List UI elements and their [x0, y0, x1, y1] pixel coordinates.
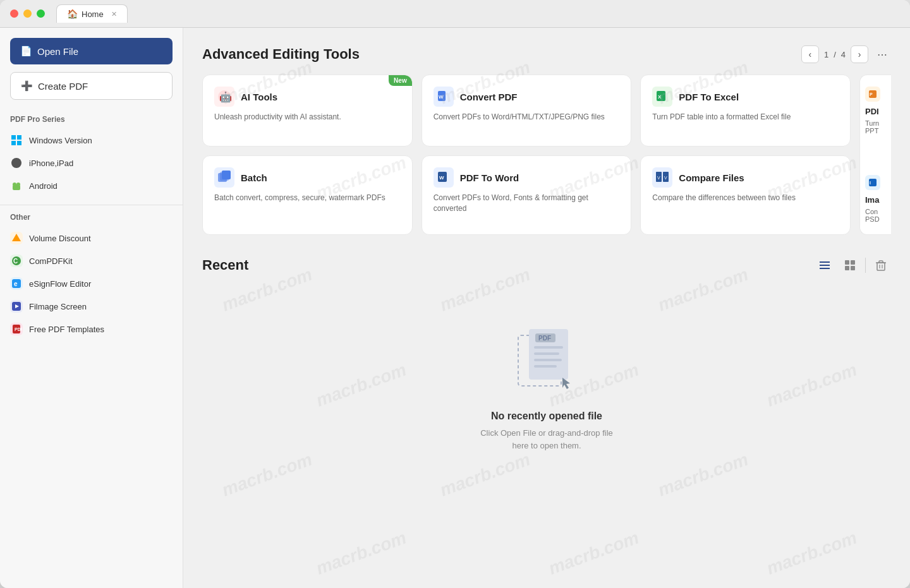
- tool-card-convert-pdf[interactable]: W Convert PDF Convert PDFs to Word/HTML/…: [422, 75, 632, 147]
- svg-text:I: I: [870, 181, 871, 185]
- app-window: 🏠 Home ✕ 📄 Open File ➕ Create PDF PDF Pr…: [0, 0, 910, 588]
- tool-card-ai-tools[interactable]: New 🤖 AI Tools Unleash productivity with…: [202, 75, 413, 147]
- traffic-lights: [10, 9, 45, 18]
- convert-pdf-desc: Convert PDFs to Word/HTML/TXT/JPEG/PNG f…: [434, 112, 620, 123]
- next-page-button[interactable]: ›: [851, 45, 868, 63]
- sidebar-item-templates[interactable]: PDF Free PDF Templates: [0, 318, 183, 340]
- pagination: ‹ 1 / 4 › ⋯: [801, 45, 891, 63]
- minimize-button[interactable]: [23, 9, 32, 18]
- svg-rect-53: [534, 352, 559, 355]
- recent-title: Recent: [202, 257, 248, 273]
- svg-rect-25: [222, 171, 231, 179]
- svg-point-7: [16, 183, 20, 186]
- convert-pdf-icon: W: [434, 87, 454, 107]
- svg-text:PDF: PDF: [538, 335, 551, 342]
- svg-rect-0: [11, 135, 16, 140]
- home-tab[interactable]: 🏠 Home ✕: [56, 4, 128, 23]
- convert-pdf-title: Convert PDF: [460, 92, 518, 102]
- close-tab-icon[interactable]: ✕: [111, 10, 117, 18]
- svg-rect-39: [845, 260, 849, 265]
- grid-view-button[interactable]: [840, 255, 860, 275]
- tool-card-batch[interactable]: Batch Batch convert, compress, secure, w…: [202, 155, 413, 235]
- sidebar-item-filmage-label: Filmage Screen: [29, 302, 87, 311]
- recent-divider: [865, 258, 866, 273]
- pdf-to-word-header: W PDF To Word: [434, 167, 620, 188]
- close-button[interactable]: [10, 9, 18, 18]
- svg-rect-1: [17, 135, 21, 140]
- partial-card-1-title: PDI: [865, 107, 879, 116]
- ai-tools-header: 🤖 AI Tools: [214, 87, 401, 107]
- pdf-to-excel-header: X PDF To Excel: [652, 87, 839, 107]
- batch-desc: Batch convert, compress, secure, waterma…: [214, 193, 401, 203]
- create-pdf-icon: ➕: [21, 80, 33, 92]
- tools-row-container: New 🤖 AI Tools Unleash productivity with…: [202, 75, 891, 235]
- empty-state-icon: PDF: [515, 326, 578, 398]
- svg-text:🤖: 🤖: [219, 91, 232, 103]
- sidebar-item-windows-label: Windows Version: [29, 136, 92, 145]
- filmage-icon: [10, 300, 23, 313]
- sidebar-item-volume-label: Volume Discount: [29, 234, 91, 243]
- tool-card-pdf-to-word[interactable]: W PDF To Word Convert PDFs to Word, Font…: [422, 155, 632, 235]
- svg-text:e: e: [14, 280, 18, 287]
- create-pdf-label: Create PDF: [38, 81, 88, 92]
- partial-cards-container: P PDI Turn PPT I Ima Con PSD: [865, 87, 886, 223]
- sidebar-item-windows[interactable]: Windows Version: [0, 129, 183, 152]
- sidebar-item-esignflow[interactable]: e eSignFlow Editor: [0, 272, 183, 295]
- android-icon: [10, 179, 23, 192]
- svg-text:W: W: [439, 94, 444, 100]
- sidebar: 📄 Open File ➕ Create PDF PDF Pro Series …: [0, 28, 183, 588]
- sidebar-item-filmage[interactable]: Filmage Screen: [0, 295, 183, 318]
- svg-rect-3: [17, 141, 21, 145]
- pdf-to-excel-icon: X: [652, 87, 672, 107]
- svg-marker-8: [12, 234, 21, 241]
- templates-icon: PDF: [10, 323, 23, 335]
- partial-card-2: I Ima Con PSD: [865, 175, 886, 223]
- partial-card-2-title: Ima: [865, 195, 879, 205]
- sidebar-item-esignflow-label: eSignFlow Editor: [29, 279, 91, 289]
- content-area: macrb.commacrb.commacrb.commacrb.commacr…: [183, 28, 910, 588]
- sidebar-item-android-label: Android: [29, 181, 58, 191]
- partial-card-2-desc: Con PSD: [865, 208, 886, 223]
- ai-tools-title: AI Tools: [241, 92, 277, 102]
- compdfkit-icon: C: [10, 255, 23, 267]
- tool-card-pdf-to-excel[interactable]: X PDF To Excel Turn PDF table into a for…: [640, 75, 851, 147]
- svg-rect-54: [534, 359, 562, 361]
- tools-section-title: Advanced Editing Tools: [202, 46, 360, 63]
- pdf-to-word-desc: Convert PDFs to Word, Fonts & formatting…: [434, 193, 620, 214]
- svg-point-6: [13, 183, 16, 186]
- ai-tools-icon: 🤖: [214, 87, 234, 107]
- pro-series-label: PDF Pro Series: [0, 115, 183, 129]
- prev-page-button[interactable]: ‹: [801, 45, 819, 63]
- open-file-button[interactable]: 📄 Open File: [10, 38, 173, 64]
- home-tab-label: Home: [82, 9, 104, 19]
- svg-rect-52: [534, 346, 563, 349]
- svg-text:V: V: [657, 176, 660, 180]
- more-options-button[interactable]: ⋯: [873, 45, 891, 63]
- compare-files-title: Compare Files: [679, 172, 744, 183]
- partial-card-2-icon: I: [865, 175, 880, 190]
- partial-card-1-icon: P: [865, 87, 880, 102]
- tool-card-compare-files[interactable]: VV Compare Files Compare the differences…: [640, 155, 851, 235]
- delete-button[interactable]: [871, 255, 891, 275]
- sidebar-item-compdfkit-label: ComPDFKit: [29, 256, 73, 266]
- sidebar-item-volume[interactable]: Volume Discount: [0, 227, 183, 249]
- create-pdf-button[interactable]: ➕ Create PDF: [10, 72, 173, 100]
- sidebar-item-compdfkit[interactable]: C ComPDFKit: [0, 249, 183, 272]
- svg-text:C: C: [13, 258, 18, 265]
- sidebar-item-android[interactable]: Android: [0, 174, 183, 197]
- page-separator: /: [834, 50, 836, 59]
- maximize-button[interactable]: [37, 9, 45, 18]
- list-view-button[interactable]: [815, 255, 835, 275]
- partial-card-1-desc: Turn PPT: [865, 119, 886, 135]
- compare-files-header: VV Compare Files: [652, 167, 839, 188]
- sidebar-item-iphone[interactable]: iPhone,iPad: [0, 152, 183, 174]
- empty-state: PDF No recently opened file Click Open F…: [202, 288, 891, 489]
- other-label: Other: [0, 213, 183, 227]
- svg-rect-38: [820, 268, 830, 269]
- open-file-label: Open File: [37, 46, 78, 57]
- new-badge: New: [389, 75, 412, 86]
- svg-text:V: V: [664, 176, 667, 180]
- windows-icon: [10, 134, 23, 147]
- batch-header: Batch: [214, 167, 401, 188]
- svg-text:PDF: PDF: [15, 327, 22, 332]
